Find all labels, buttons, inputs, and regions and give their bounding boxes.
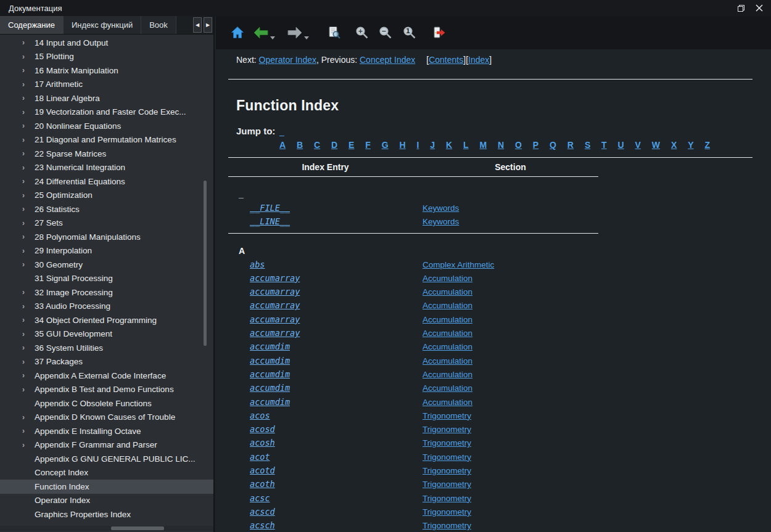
section-link[interactable]: Trigonometry	[423, 494, 471, 503]
tree-item[interactable]: › 19 Vectorization and Faster Code Exec.…	[0, 105, 213, 120]
jump-letter-link[interactable]: S	[585, 140, 590, 150]
function-link[interactable]: accumdim	[250, 397, 290, 407]
section-link[interactable]: Keywords	[423, 217, 459, 226]
tree-item[interactable]: Function Index	[0, 480, 213, 494]
home-button[interactable]	[228, 23, 247, 42]
function-link[interactable]: __LINE__	[250, 216, 290, 226]
sidebar-tab[interactable]: Содержание	[0, 16, 64, 34]
tree-horizontal-scrollbar-track[interactable]	[0, 526, 213, 531]
jump-letter-link[interactable]: K	[446, 140, 452, 150]
tree-item[interactable]: › Appendix A External Code Interface	[0, 369, 213, 383]
function-link[interactable]: accumarray	[250, 300, 300, 310]
tree-item[interactable]: › Appendix D Known Causes of Trouble	[0, 411, 213, 425]
expand-chevron-icon[interactable]: ›	[22, 178, 35, 185]
search-in-page-button[interactable]	[325, 23, 344, 42]
section-link[interactable]: Trigonometry	[423, 411, 471, 420]
tree-item[interactable]: Appendix C Obsolete Functions	[0, 396, 213, 411]
tree-item[interactable]: › 17 Arithmetic	[0, 78, 213, 92]
tree-item[interactable]: › 18 Linear Algebra	[0, 91, 213, 105]
function-link[interactable]: acsc	[250, 493, 270, 503]
expand-chevron-icon[interactable]: ›	[22, 386, 35, 393]
tree-item[interactable]: › 20 Nonlinear Equations	[0, 119, 213, 133]
tree-item[interactable]: › 29 Interpolation	[0, 244, 213, 258]
section-link[interactable]: Keywords	[423, 203, 459, 213]
jump-letter-link[interactable]: X	[671, 140, 677, 150]
jump-letter-link[interactable]: J	[430, 140, 435, 150]
expand-chevron-icon[interactable]: ›	[22, 247, 35, 255]
expand-chevron-icon[interactable]: ›	[22, 414, 35, 421]
jump-letter-link[interactable]: O	[515, 140, 522, 150]
expand-chevron-icon[interactable]: ›	[22, 39, 35, 46]
zoom-in-button[interactable]: +	[353, 23, 371, 42]
tree-item[interactable]: › 15 Plotting	[0, 50, 213, 64]
tree-item[interactable]: › 26 Statistics	[0, 202, 213, 216]
tree-item[interactable]: › 28 Polynomial Manipulations	[0, 230, 213, 244]
function-link[interactable]: accumarray	[250, 328, 300, 338]
sidebar-tab[interactable]: Book	[141, 16, 176, 34]
expand-chevron-icon[interactable]: ›	[22, 233, 35, 240]
jump-letter-link[interactable]: A	[279, 140, 286, 150]
tree-item[interactable]: › Appendix B Test and Demo Functions	[0, 383, 213, 397]
section-link[interactable]: Trigonometry	[423, 466, 471, 475]
expand-chevron-icon[interactable]: ›	[22, 316, 35, 324]
jump-letter-link[interactable]: Q	[550, 140, 556, 150]
restore-button[interactable]	[732, 0, 750, 16]
tree-item[interactable]: Operator Index	[0, 494, 213, 508]
section-link[interactable]: Accumulation	[423, 274, 472, 283]
function-link[interactable]: accumdim	[250, 369, 290, 379]
section-link[interactable]: Accumulation	[423, 356, 472, 366]
tab-scroll-right-button[interactable]: ▶	[204, 17, 212, 33]
jump-letter-link[interactable]: U	[618, 140, 624, 150]
jump-letter-link[interactable]: R	[567, 140, 574, 150]
section-link[interactable]: Accumulation	[423, 315, 472, 324]
back-history-dropdown-icon[interactable]	[270, 36, 275, 39]
section-link[interactable]: Accumulation	[423, 342, 472, 351]
tab-scroll-left-button[interactable]: ◀	[193, 17, 202, 33]
tree-item[interactable]: › 36 System Utilities	[0, 341, 213, 355]
tree-item[interactable]: › 27 Sets	[0, 216, 213, 231]
section-link[interactable]: Accumulation	[423, 301, 472, 310]
jump-letter-link[interactable]: T	[601, 140, 607, 150]
tree-item[interactable]: › Appendix E Installing Octave	[0, 424, 213, 438]
titlebar[interactable]: Документация	[0, 0, 771, 16]
jump-letter-link[interactable]: M	[479, 140, 487, 150]
jump-letter-link[interactable]: _	[279, 127, 284, 137]
jump-letter-link[interactable]: L	[463, 140, 469, 150]
tree-item[interactable]: › Appendix F Grammar and Parser	[0, 438, 213, 452]
jump-letter-link[interactable]: I	[417, 140, 419, 150]
jump-letter-link[interactable]: D	[331, 140, 337, 150]
tree-item[interactable]: › 25 Optimization	[0, 189, 213, 203]
expand-chevron-icon[interactable]: ›	[22, 108, 35, 116]
section-link[interactable]: Trigonometry	[423, 452, 471, 462]
tree-item[interactable]: › 21 Diagonal and Permutation Matrices	[0, 133, 213, 147]
function-link[interactable]: acscd	[250, 507, 275, 517]
tree-item[interactable]: › 34 Object Oriented Programming	[0, 313, 213, 327]
section-link[interactable]: Trigonometry	[423, 425, 471, 434]
function-link[interactable]: acosd	[250, 424, 275, 434]
expand-chevron-icon[interactable]: ›	[22, 122, 35, 129]
tree-item[interactable]: Concept Index	[0, 466, 213, 480]
expand-chevron-icon[interactable]: ›	[22, 81, 35, 88]
jump-letter-link[interactable]: H	[400, 140, 406, 150]
section-link[interactable]: Trigonometry	[423, 480, 471, 489]
section-link[interactable]: Complex Arithmetic	[423, 260, 494, 269]
expand-chevron-icon[interactable]: ›	[22, 289, 35, 296]
expand-chevron-icon[interactable]: ›	[22, 358, 35, 366]
jump-letter-link[interactable]: E	[348, 140, 354, 150]
jump-letter-link[interactable]: B	[297, 140, 303, 150]
expand-chevron-icon[interactable]: ›	[22, 94, 35, 102]
function-link[interactable]: accumarray	[250, 314, 300, 324]
expand-chevron-icon[interactable]: ›	[22, 427, 35, 435]
function-link[interactable]: __FILE__	[250, 203, 290, 213]
jump-letter-link[interactable]: C	[314, 140, 320, 150]
tree-item[interactable]: › 30 Geometry	[0, 258, 213, 272]
back-button[interactable]	[252, 23, 270, 42]
section-link[interactable]: Accumulation	[423, 370, 472, 379]
section-link[interactable]: Trigonometry	[423, 438, 471, 448]
function-link[interactable]: accumdim	[250, 342, 290, 351]
jump-letter-link[interactable]: N	[498, 140, 504, 150]
function-link[interactable]: abs	[250, 260, 265, 269]
function-link[interactable]: accumdim	[250, 383, 290, 393]
tree-item[interactable]: › 22 Sparse Matrices	[0, 147, 213, 161]
function-link[interactable]: acosh	[250, 438, 275, 448]
